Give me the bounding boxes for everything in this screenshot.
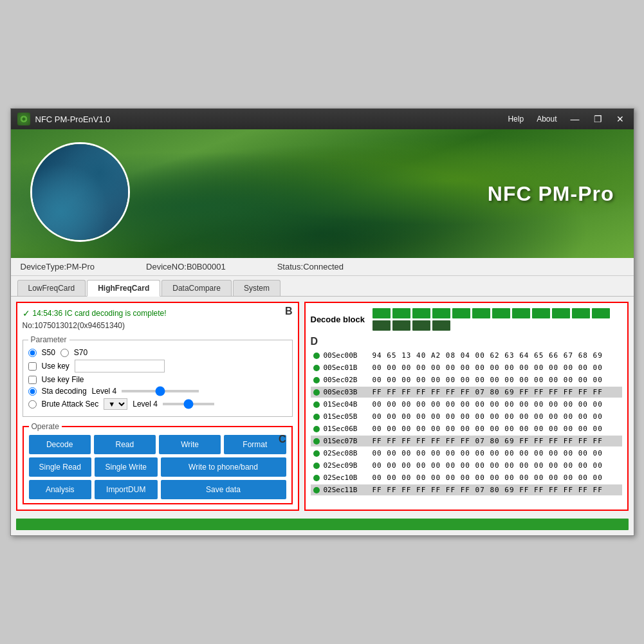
row-label: 02Sec09B xyxy=(324,461,369,470)
about-button[interactable]: About xyxy=(534,113,559,125)
brute-level-slider[interactable] xyxy=(163,403,214,405)
row-label: 00Sec01B xyxy=(324,363,369,372)
row-values: 94 65 13 40 A2 08 04 00 62 63 64 65 66 6… xyxy=(373,351,603,360)
row-values: 00 00 00 00 00 00 00 00 00 00 00 00 00 0… xyxy=(373,363,603,372)
decode-block-12 xyxy=(373,320,391,331)
single-read-btn[interactable]: Single Read xyxy=(29,457,92,477)
status-message: ✓ 14:54:36 IC card decoding is complete! xyxy=(23,308,293,318)
row-status-dot xyxy=(313,365,320,371)
decode-block-14 xyxy=(412,320,430,331)
decode-block-15 xyxy=(432,320,450,331)
row-label: 00Sec02B xyxy=(324,376,369,384)
s50-label: S50 xyxy=(42,348,55,357)
decode-block-8 xyxy=(532,308,550,318)
right-panel: Decode block D 00Sec00B94 65 13 40 A2 08… xyxy=(304,302,629,511)
brute-level-select[interactable]: ▼ xyxy=(104,398,127,410)
device-type: DeviceType:PM-Pro xyxy=(21,262,95,271)
bottom-status-bar xyxy=(16,519,629,530)
operate-group: Operate C Decode Read Write Format Singl… xyxy=(23,422,293,504)
tab-lowfreq[interactable]: LowFreqCard xyxy=(17,280,86,296)
row-values: 00 00 00 00 00 00 00 00 00 00 00 00 00 0… xyxy=(373,474,603,482)
table-row: 01Sec06B00 00 00 00 00 00 00 00 00 00 00… xyxy=(311,423,622,434)
s50-radio[interactable] xyxy=(28,349,37,357)
button-row-3: Analysis ImportDUM Save data xyxy=(29,480,286,499)
decode-block-2 xyxy=(412,308,430,318)
level2-label: Level 4 xyxy=(133,400,158,409)
format-btn[interactable]: Format xyxy=(224,435,286,454)
banner-circle xyxy=(30,142,130,242)
row-values: FF FF FF FF FF FF FF 07 80 69 FF FF FF F… xyxy=(373,388,603,396)
parameter-group: Parameter S50 S70 Use key Use key File xyxy=(23,335,293,417)
row-status-dot xyxy=(313,438,320,445)
row-label: 01Sec06B xyxy=(324,425,369,433)
row-values: 00 00 00 00 00 00 00 00 00 00 00 00 00 0… xyxy=(373,400,603,409)
decode-header: Decode block xyxy=(311,308,622,331)
use-key-checkbox[interactable] xyxy=(28,362,37,371)
use-key-file-row: Use key File xyxy=(28,375,287,384)
decode-block-10 xyxy=(572,308,590,318)
s70-radio[interactable] xyxy=(60,349,69,357)
banner-circle-inner xyxy=(32,144,128,240)
row-status-dot xyxy=(313,475,320,481)
row-values: FF FF FF FF FF FF FF 07 80 69 FF FF FF F… xyxy=(373,437,603,445)
button-row-2: Single Read Single Write Write to phone/… xyxy=(29,457,286,477)
row-values: 00 00 00 00 00 00 00 00 00 00 00 00 00 0… xyxy=(373,461,603,470)
maximize-button[interactable]: ❐ xyxy=(591,113,605,125)
brute-attack-radio[interactable] xyxy=(28,400,37,409)
single-write-btn[interactable]: Single Write xyxy=(95,457,158,477)
decode-block-13 xyxy=(392,320,410,331)
row-status-dot xyxy=(313,414,320,420)
sta-decoding-row: Sta decoding Level 4 xyxy=(28,387,287,396)
analysis-btn[interactable]: Analysis xyxy=(29,480,92,499)
tab-bar: LowFreqCard HighFreqCard DataCompare Sys… xyxy=(11,276,634,297)
decode-block-1 xyxy=(392,308,410,318)
table-row: 02Sec11BFF FF FF FF FF FF FF 07 80 69 FF… xyxy=(311,484,622,495)
tab-datacompare[interactable]: DataCompare xyxy=(161,280,232,296)
decode-block-9 xyxy=(552,308,570,318)
s70-label: S70 xyxy=(74,348,87,357)
row-status-dot xyxy=(313,401,320,408)
key-input[interactable] xyxy=(75,360,165,373)
write-phone-btn[interactable]: Write to phone/band xyxy=(161,457,286,477)
row-label: 00Sec00B xyxy=(324,351,369,360)
table-row: 00Sec02B00 00 00 00 00 00 00 00 00 00 00… xyxy=(311,374,622,385)
tab-system[interactable]: System xyxy=(233,280,281,296)
minimize-button[interactable]: — xyxy=(567,113,583,125)
parameter-legend: Parameter xyxy=(28,335,69,344)
titlebar-left: NFC PM-ProEnV1.0 xyxy=(17,113,111,125)
use-key-row: Use key xyxy=(28,360,287,373)
use-key-file-label: Use key File xyxy=(42,375,84,384)
table-row: 02Sec10B00 00 00 00 00 00 00 00 00 00 00… xyxy=(311,472,622,483)
level-label: Level 4 xyxy=(92,387,117,396)
level-slider[interactable] xyxy=(122,390,199,392)
decode-block-4 xyxy=(452,308,470,318)
row-status-dot xyxy=(313,487,320,493)
status-check-icon: ✓ xyxy=(23,308,30,318)
use-key-file-checkbox[interactable] xyxy=(28,376,37,384)
write-btn[interactable]: Write xyxy=(159,435,221,454)
import-btn[interactable]: ImportDUM xyxy=(95,480,158,499)
table-row: 02Sec08B00 00 00 00 00 00 00 00 00 00 00… xyxy=(311,448,622,459)
decode-btn[interactable]: Decode xyxy=(29,435,91,454)
row-values: 00 00 00 00 00 00 00 00 00 00 00 00 00 0… xyxy=(373,376,603,384)
row-values: 00 00 00 00 00 00 00 00 00 00 00 00 00 0… xyxy=(373,449,603,457)
table-row: 00Sec00B94 65 13 40 A2 08 04 00 62 63 64… xyxy=(311,350,622,361)
tab-highfreq[interactable]: HighFreqCard xyxy=(87,280,160,297)
statusbar: DeviceType:PM-Pro DeviceNO:B0B00001 Stat… xyxy=(11,258,634,276)
row-label: 01Sec05B xyxy=(324,412,369,421)
banner-title: NFC PM-Pro xyxy=(488,182,614,206)
row-label: 01Sec04B xyxy=(324,400,369,409)
left-panel: B ✓ 14:54:36 IC card decoding is complet… xyxy=(16,302,299,511)
sta-decoding-radio[interactable] xyxy=(28,387,37,396)
main-window: NFC PM-ProEnV1.0 Help About — ❐ ✕ NFC PM… xyxy=(10,108,634,536)
app-icon xyxy=(17,113,30,125)
close-button[interactable]: ✕ xyxy=(613,113,627,125)
help-button[interactable]: Help xyxy=(505,113,526,125)
status-text: 14:54:36 IC card decoding is complete! xyxy=(33,309,167,318)
save-btn[interactable]: Save data xyxy=(161,480,286,499)
table-row: 01Sec04B00 00 00 00 00 00 00 00 00 00 00… xyxy=(311,399,622,410)
read-btn[interactable]: Read xyxy=(94,435,156,454)
row-status-dot xyxy=(313,389,320,396)
button-row-1: Decode Read Write Format xyxy=(29,435,286,454)
decode-block-7 xyxy=(512,308,530,318)
